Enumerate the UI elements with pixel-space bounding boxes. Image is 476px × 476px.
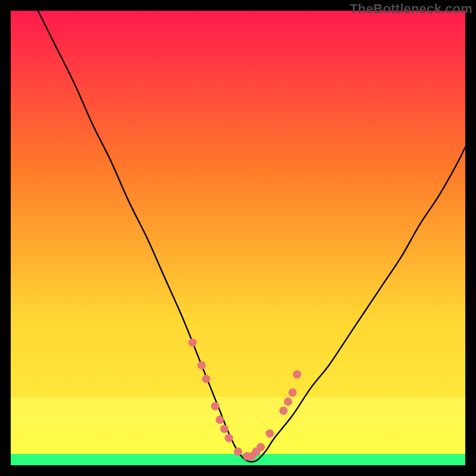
- marker-dot: [265, 430, 274, 438]
- chart-frame: [11, 11, 465, 465]
- marker-dot: [234, 447, 242, 456]
- marker-dot: [198, 361, 206, 369]
- marker-dot: [202, 375, 211, 383]
- yellow-band: [11, 397, 465, 456]
- marker-dot: [256, 443, 265, 451]
- marker-dot: [211, 402, 220, 411]
- marker-dot: [279, 406, 287, 415]
- marker-dot: [284, 397, 292, 406]
- chart-svg: [11, 11, 465, 465]
- marker-dot: [215, 416, 224, 424]
- marker-dot: [293, 370, 301, 378]
- marker-dot: [220, 425, 228, 433]
- marker-dot: [289, 389, 297, 397]
- marker-dot: [189, 339, 197, 347]
- marker-dot: [225, 434, 233, 442]
